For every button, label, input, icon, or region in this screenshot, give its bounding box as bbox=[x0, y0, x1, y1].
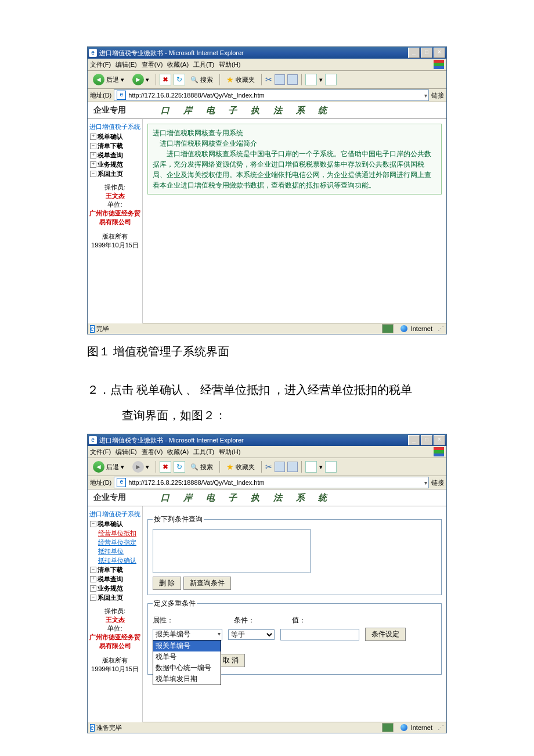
value-input[interactable] bbox=[280, 629, 359, 640]
status-bar: e 准备完毕 Internet ⋰ bbox=[88, 722, 446, 733]
copy-icon[interactable] bbox=[275, 462, 285, 472]
cond-select[interactable]: 等于 bbox=[228, 629, 275, 640]
tool-icon-2[interactable] bbox=[325, 74, 337, 85]
refresh-button[interactable]: ↻ bbox=[174, 74, 185, 85]
nav-home[interactable]: −系回主页 bbox=[89, 170, 141, 178]
copyright: 版权所有 bbox=[89, 232, 141, 241]
search-icon: 🔍 bbox=[190, 463, 199, 471]
nav-biz-spec[interactable]: +业务规范 bbox=[89, 584, 141, 593]
search-button[interactable]: 🔍 搜索 bbox=[187, 461, 216, 473]
tool-icon-1[interactable] bbox=[305, 74, 317, 85]
links-label[interactable]: 链接 bbox=[431, 91, 444, 100]
copyright-date: 1999年10月15日 bbox=[89, 665, 141, 674]
set-condition-button[interactable]: 条件设定 bbox=[365, 628, 406, 641]
system-name[interactable]: 进口增值税子系统 bbox=[89, 123, 141, 131]
nav-biz-spec[interactable]: +业务规范 bbox=[89, 160, 141, 169]
system-name[interactable]: 进口增值税子系统 bbox=[89, 510, 141, 519]
copy-icon[interactable] bbox=[275, 74, 285, 85]
address-bar: 地址(D) e http://172.16.8.225:18888/Vat/Qy… bbox=[88, 89, 446, 102]
menu-edit[interactable]: 编辑(E) bbox=[116, 60, 137, 69]
minimize-button[interactable]: _ bbox=[408, 435, 420, 445]
globe-icon bbox=[400, 724, 407, 731]
star-icon: ★ bbox=[226, 462, 234, 471]
dropdown-option[interactable]: 报关单编号 bbox=[153, 640, 221, 651]
define-legend: 定义多重条件 bbox=[153, 599, 197, 609]
nav-tax-query[interactable]: +税单查询 bbox=[89, 151, 141, 160]
menu-edit[interactable]: 编辑(E) bbox=[116, 448, 137, 456]
cut-icon[interactable]: ✂ bbox=[265, 75, 272, 84]
menu-fav[interactable]: 收藏(A) bbox=[167, 60, 189, 69]
tool-icon-2[interactable] bbox=[325, 461, 337, 473]
main-pane: 进口增值税联网核查专用系统 进口增值税联网核查企业端简介 进口增值税联网核查系统… bbox=[143, 119, 446, 323]
paste-icon[interactable] bbox=[287, 462, 298, 472]
back-arrow-icon: ◄ bbox=[93, 461, 104, 473]
new-condition-button[interactable]: 新查询条件 bbox=[183, 577, 231, 590]
stop-button[interactable]: ✖ bbox=[160, 461, 171, 473]
header-center: 口 岸 电 子 执 法 系 统 bbox=[161, 492, 333, 503]
refresh-button[interactable]: ↻ bbox=[174, 461, 185, 473]
back-button[interactable]: ◄ 后退▾ bbox=[90, 72, 127, 87]
delete-button[interactable]: 删 除 bbox=[153, 577, 181, 590]
value-label: 值： bbox=[292, 615, 373, 625]
nav-list-download[interactable]: −清单下载 bbox=[89, 142, 141, 150]
menu-help[interactable]: 帮助(H) bbox=[219, 448, 240, 456]
menu-tool[interactable]: 工具(T) bbox=[193, 448, 214, 456]
menu-tool[interactable]: 工具(T) bbox=[193, 60, 214, 69]
query-conditions-fieldset: 按下列条件查询 删 除 新查询条件 bbox=[147, 514, 442, 595]
ie-icon: e bbox=[89, 436, 97, 444]
nav-sub-op-deduct[interactable]: 经营单位抵扣 bbox=[89, 529, 141, 538]
nav-sub-deduct-confirm[interactable]: 抵扣单位确认 bbox=[89, 556, 141, 565]
dropdown-option[interactable]: 税单填发日期 bbox=[153, 674, 221, 685]
figure-caption-1: 图１ 增值税管理子系统界面 bbox=[87, 344, 447, 359]
status-text: 完毕 bbox=[96, 325, 109, 332]
search-button[interactable]: 🔍 搜索 bbox=[187, 74, 216, 86]
forward-button[interactable]: ►▾ bbox=[129, 72, 152, 87]
cut-icon[interactable]: ✂ bbox=[265, 462, 272, 471]
resize-grip-icon[interactable]: ⋰ bbox=[436, 724, 444, 732]
paste-icon[interactable] bbox=[287, 74, 298, 85]
maximize-button[interactable]: □ bbox=[421, 48, 432, 58]
attr-select[interactable]: 报关单编号 报关单编号 税单号 数据中心统一编号 税单填发日期 bbox=[153, 629, 222, 640]
menu-file[interactable]: 文件(F) bbox=[90, 448, 111, 456]
operator-name: 王文杰 bbox=[89, 615, 141, 624]
ie-window-2: e 进口增值税专业缴款书 - Microsoft Internet Explor… bbox=[87, 434, 447, 733]
nav-tax-confirm[interactable]: +税单确认 bbox=[89, 132, 141, 141]
minimize-button[interactable]: _ bbox=[408, 48, 420, 58]
define-conditions-fieldset: 定义多重条件 属性： 条件： 值： 报关单编号 报关单编号 税单号 bbox=[147, 599, 442, 675]
unit-name: 广州市德亚经务贸易有限公司 bbox=[89, 209, 141, 226]
dropdown-option[interactable]: 数据中心统一编号 bbox=[153, 663, 221, 674]
nav-tax-query[interactable]: +税单查询 bbox=[89, 575, 141, 584]
copyright: 版权所有 bbox=[89, 656, 141, 665]
menu-fav[interactable]: 收藏(A) bbox=[167, 448, 189, 456]
maximize-button[interactable]: □ bbox=[421, 435, 432, 445]
tool-icon-1[interactable] bbox=[305, 461, 317, 473]
address-input[interactable]: e http://172.16.8.225:18888/Vat/Qy/Vat_I… bbox=[114, 89, 429, 101]
intro-line1: 进口增值税联网核查专用系统 bbox=[153, 128, 436, 138]
menu-file[interactable]: 文件(F) bbox=[90, 60, 111, 69]
stop-button[interactable]: ✖ bbox=[160, 74, 171, 85]
query-listbox[interactable] bbox=[153, 529, 311, 573]
resize-grip-icon[interactable]: ⋰ bbox=[436, 325, 444, 333]
windows-flag-icon bbox=[434, 447, 444, 456]
menu-view[interactable]: 查看(V) bbox=[142, 60, 163, 69]
step-paragraph: ２．点击 税单确认 、 经营单位抵扣 ，进入经营单位抵扣的税单 查询界面，如图２… bbox=[87, 377, 447, 428]
menu-help[interactable]: 帮助(H) bbox=[219, 60, 240, 69]
nav-tax-confirm[interactable]: −税单确认 bbox=[89, 520, 141, 528]
nav-sub-op-assign[interactable]: 经营单位指定抵扣单位 bbox=[89, 538, 141, 556]
sidebar: 进口增值税子系统 +税单确认 −清单下载 +税单查询 +业务规范 −系回主页 操… bbox=[88, 119, 143, 323]
address-input[interactable]: e http://172.16.8.225:18888/Vat/Qy/Vat_I… bbox=[114, 477, 429, 488]
header-center: 口 岸 电 子 执 法 系 统 bbox=[161, 105, 333, 116]
close-button[interactable]: × bbox=[434, 48, 445, 58]
dropdown-option[interactable]: 税单号 bbox=[153, 651, 221, 663]
back-button[interactable]: ◄ 后退▾ bbox=[90, 459, 127, 474]
status-zone-icon bbox=[382, 723, 394, 732]
nav-home[interactable]: −系回主页 bbox=[89, 593, 141, 602]
attr-dropdown-list[interactable]: 报关单编号 税单号 数据中心统一编号 税单填发日期 bbox=[153, 640, 221, 685]
url-text: http://172.16.8.225:18888/Vat/Qy/Vat_Ind… bbox=[128, 92, 264, 99]
favorites-button[interactable]: ★ 收藏夹 bbox=[223, 460, 258, 473]
favorites-button[interactable]: ★ 收藏夹 bbox=[223, 73, 258, 86]
close-button[interactable]: × bbox=[434, 435, 445, 445]
menu-view[interactable]: 查看(V) bbox=[142, 448, 163, 456]
links-label[interactable]: 链接 bbox=[431, 478, 444, 487]
nav-list-download[interactable]: −清单下载 bbox=[89, 566, 141, 574]
